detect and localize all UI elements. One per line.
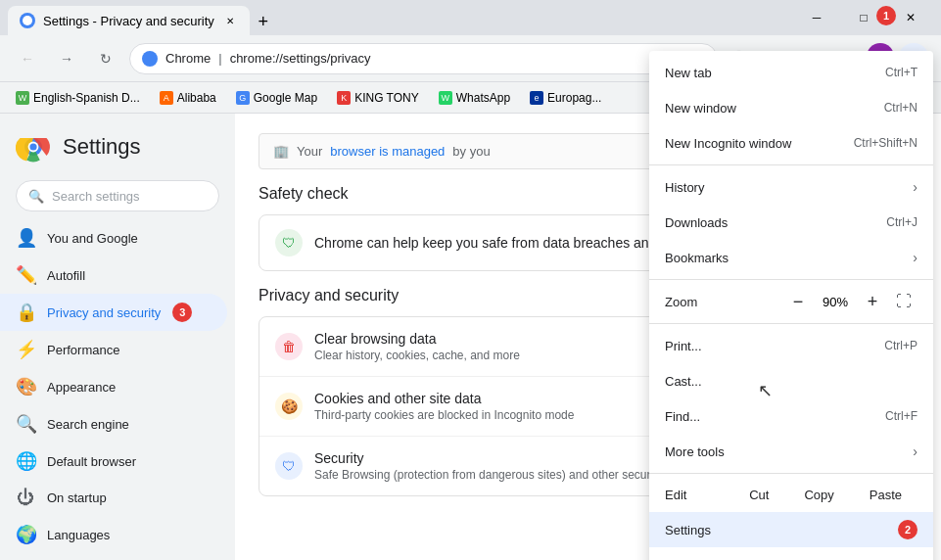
you-google-icon: 👤 [16,227,35,249]
menu-label-settings: Settings [665,523,890,537]
bookmark-label-eu: Europag... [547,91,601,105]
autofill-icon: ✏️ [16,264,35,286]
menu-divider-3 [649,323,933,324]
sidebar-item-default-browser[interactable]: 🌐 Default browser [0,443,227,480]
menu-label-more-tools: More tools [665,444,897,459]
tab-close-button[interactable]: ✕ [222,13,238,28]
bookmark-item-kt[interactable]: K KING TONY [329,87,427,109]
copy-button[interactable]: Copy [788,482,849,508]
menu-item-history[interactable]: History › [649,169,933,205]
menu-label-history: History [665,180,897,195]
menu-item-settings[interactable]: Settings 2 [649,512,933,547]
minimize-button[interactable]: ─ [794,3,839,32]
bookmark-label-gmap: Google Map [254,91,317,105]
sidebar-item-privacy[interactable]: 🔒 Privacy and security 3 [0,294,227,331]
sidebar-item-label-startup: On startup [47,490,107,505]
cut-button[interactable]: Cut [733,482,784,508]
sidebar-item-on-startup[interactable]: ⏻ On startup [0,480,227,516]
managed-text-suffix: by you [452,144,490,159]
search-engine-icon: 🔍 [16,413,35,435]
menu-item-incognito[interactable]: New Incognito window Ctrl+Shift+N [649,125,933,161]
menu-item-cast[interactable]: Cast... [649,363,933,398]
menu-label-new-window: New window [665,101,876,116]
url-bar[interactable]: Chrome | chrome://settings/privacy [129,43,718,74]
menu-shortcut-print: Ctrl+P [884,339,917,352]
bookmark-item-alibaba[interactable]: A Alibaba [152,87,224,109]
clear-browsing-icon: 🗑 [275,333,303,360]
menu-item-help[interactable]: Help › [649,547,933,560]
sidebar-search-placeholder: Search settings [52,189,140,204]
sidebar-item-label-languages: Languages [47,528,110,542]
bookmark-label-alibaba: Alibaba [177,91,216,105]
performance-icon: ⚡ [16,339,35,360]
bookmark-item-gmap[interactable]: G Google Map [228,87,325,109]
sidebar-item-you-google[interactable]: 👤 You and Google [0,219,227,257]
managed-building-icon: 🏢 [273,144,289,159]
sidebar-item-appearance[interactable]: 🎨 Appearance [0,368,227,405]
managed-link[interactable]: browser is managed [330,144,445,159]
safety-check-icon: 🛡 [275,229,303,257]
sidebar-search[interactable]: 🔍 Search settings [16,180,219,211]
sidebar-title: Settings [63,134,141,160]
zoom-label: Zoom [665,295,780,309]
menu-shortcut-downloads: Ctrl+J [886,215,917,229]
refresh-button[interactable]: ↻ [90,43,121,74]
forward-button[interactable]: → [51,43,82,74]
edit-row: Edit Cut Copy Paste [649,478,933,512]
zoom-minus-button[interactable]: − [784,288,812,315]
sidebar-item-label-autofill: Autofill [47,268,85,283]
sidebar-item-downloads[interactable]: ⬇ Downloads [0,553,227,560]
bookmark-item-wr[interactable]: W English-Spanish D... [8,87,148,109]
sidebar-item-autofill[interactable]: ✏️ Autofill [0,257,227,294]
on-startup-icon: ⏻ [16,488,35,508]
sidebar-item-languages[interactable]: 🌍 Languages [0,516,227,553]
menu-divider-4 [649,473,933,474]
context-menu: New tab Ctrl+T New window Ctrl+N New Inc… [649,51,933,560]
menu-label-find: Find... [665,409,877,424]
badge-2: 2 [898,520,917,539]
site-icon [142,51,158,67]
bookmark-item-whatsapp[interactable]: W WhatsApp [431,87,518,109]
menu-item-more-tools[interactable]: More tools › [649,434,933,469]
back-button[interactable]: ← [12,43,43,74]
menu-item-new-tab[interactable]: New tab Ctrl+T [649,55,933,90]
sidebar-item-label-performance: Performance [47,343,119,357]
security-icon: 🛡 [275,452,303,480]
window-controls: ─ □ ✕ 1 [794,3,933,32]
tab-title: Settings - Privacy and security [43,14,214,28]
active-tab[interactable]: Settings - Privacy and security ✕ [8,6,250,35]
bookmark-label-wr: English-Spanish D... [33,91,140,105]
zoom-expand-button[interactable]: ⛶ [890,288,917,315]
chrome-logo-icon [16,129,51,164]
menu-item-print[interactable]: Print... Ctrl+P [649,328,933,363]
sidebar-item-label-appearance: Appearance [47,380,116,395]
menu-shortcut-incognito: Ctrl+Shift+N [854,136,917,150]
paste-button[interactable]: Paste [854,482,917,508]
sidebar-item-search-engine[interactable]: 🔍 Search engine [0,405,227,443]
bookmark-icon-alibaba: A [160,91,173,105]
menu-item-downloads[interactable]: Downloads Ctrl+J [649,205,933,240]
menu-item-new-window[interactable]: New window Ctrl+N [649,90,933,125]
menu-label-incognito: New Incognito window [665,136,846,151]
zoom-control: Zoom − 90% + ⛶ [649,284,933,319]
sidebar-item-performance[interactable]: ⚡ Performance [0,331,227,368]
menu-label-new-tab: New tab [665,66,877,80]
appearance-icon: 🎨 [16,376,35,397]
menu-item-find[interactable]: Find... Ctrl+F [649,398,933,434]
menu-divider-1 [649,164,933,165]
bookmark-item-europa[interactable]: e Europag... [522,87,609,109]
bookmark-icon-wa: W [439,91,452,105]
menu-arrow-history: › [913,179,917,195]
menu-shortcut-find: Ctrl+F [885,409,917,423]
menu-item-bookmarks[interactable]: Bookmarks › [649,240,933,275]
new-tab-button[interactable]: + [250,8,277,35]
managed-text-prefix: Your [297,144,322,159]
svg-point-2 [29,143,36,150]
sidebar-logo-area: Settings [0,121,235,180]
sidebar-item-label-default: Default browser [47,454,136,469]
url-path: chrome://settings/privacy [230,51,371,66]
title-bar: Settings - Privacy and security ✕ + ─ □ … [0,0,941,35]
menu-shortcut-new-tab: Ctrl+T [885,66,917,79]
bookmark-icon-wr: W [16,91,29,105]
zoom-plus-button[interactable]: + [859,288,886,315]
